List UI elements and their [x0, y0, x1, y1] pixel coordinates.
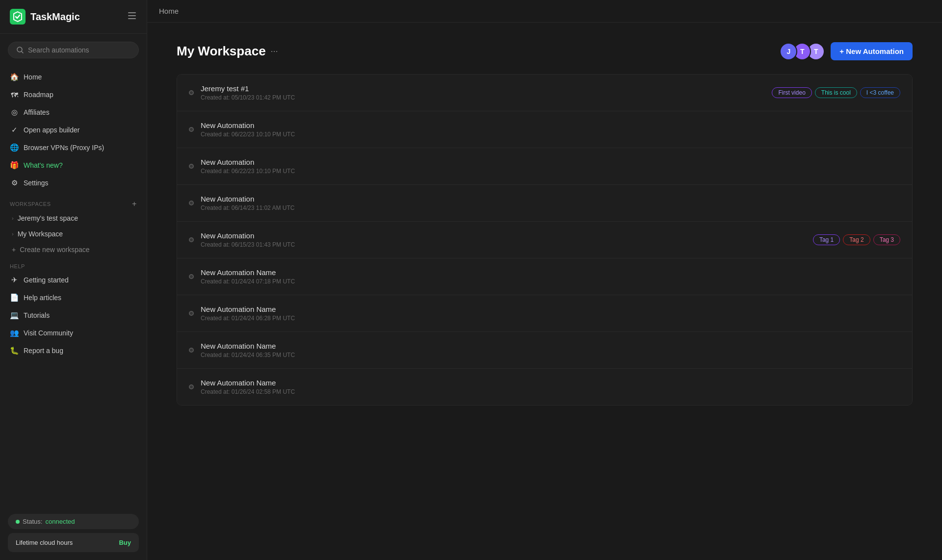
sidebar-item-tutorials[interactable]: 💻 Tutorials	[0, 306, 147, 324]
automation-info: New AutomationCreated at: 06/15/23 01:43…	[201, 231, 295, 248]
home-icon: 🏠	[10, 73, 19, 81]
sidebar-logo: TaskMagic	[0, 0, 147, 34]
sidebar-item-affiliates[interactable]: ◎ Affiliates	[0, 103, 147, 121]
automation-left: New AutomationCreated at: 06/22/23 10:10…	[189, 121, 295, 138]
main-nav: 🏠 Home 🗺 Roadmap ◎ Affiliates ✓ Open app…	[0, 66, 147, 194]
sidebar-item-roadmap[interactable]: 🗺 Roadmap	[0, 86, 147, 103]
roadmap-icon: 🗺	[10, 90, 19, 99]
automation-date: Created at: 01/26/24 02:58 PM UTC	[201, 388, 295, 395]
automation-row[interactable]: New AutomationCreated at: 06/22/23 10:10…	[177, 111, 912, 148]
automation-date: Created at: 01/24/24 06:35 PM UTC	[201, 352, 295, 358]
automation-date: Created at: 05/10/23 01:42 PM UTC	[201, 94, 295, 101]
sidebar-item-getting-started[interactable]: ✈ Getting started	[0, 271, 147, 289]
sidebar-item-whats-new[interactable]: 🎁 What's new?	[0, 156, 147, 174]
new-automation-button[interactable]: + New Automation	[831, 42, 913, 60]
nav-settings-label: Settings	[24, 179, 49, 187]
create-new-workspace-button[interactable]: + Create new workspace	[0, 242, 147, 257]
automation-left: New Automation NameCreated at: 01/24/24 …	[189, 268, 295, 285]
lifetime-cloud-hours-bar: Lifetime cloud hours Buy	[8, 533, 139, 552]
automation-row[interactable]: New Automation NameCreated at: 01/24/24 …	[177, 295, 912, 332]
automation-row[interactable]: New AutomationCreated at: 06/22/23 10:10…	[177, 148, 912, 185]
automation-status-dot	[189, 384, 194, 389]
sidebar-toggle-icon[interactable]	[127, 11, 137, 23]
automation-tag[interactable]: First video	[772, 87, 811, 98]
status-value: connected	[45, 518, 75, 525]
status-dot-icon	[16, 520, 20, 524]
automation-info: New AutomationCreated at: 06/22/23 10:10…	[201, 158, 295, 175]
automation-info: Jeremy test #1Created at: 05/10/23 01:42…	[201, 84, 295, 101]
automation-date: Created at: 06/15/23 01:43 PM UTC	[201, 241, 295, 248]
settings-icon: ⚙	[10, 178, 19, 187]
sidebar-item-help-articles[interactable]: 📄 Help articles	[0, 289, 147, 306]
workspaces-section-label: Workspaces +	[0, 194, 147, 210]
automation-tags: Tag 1Tag 2Tag 3	[813, 234, 900, 245]
automation-row[interactable]: New AutomationCreated at: 06/14/23 11:02…	[177, 185, 912, 222]
automation-status-dot	[189, 237, 194, 242]
sidebar-item-open-apps-builder[interactable]: ✓ Open apps builder	[0, 121, 147, 139]
automation-status-dot	[189, 311, 194, 316]
breadcrumb: Home	[159, 7, 179, 15]
avatar-j: J	[780, 43, 797, 60]
sidebar-item-report-bug[interactable]: 🐛 Report a bug	[0, 342, 147, 359]
automation-tags: First videoThis is coolI <3 coffee	[772, 87, 900, 98]
automation-left: Jeremy test #1Created at: 05/10/23 01:42…	[189, 84, 295, 101]
sidebar-item-browser-vpns[interactable]: 🌐 Browser VPNs (Proxy IPs)	[0, 139, 147, 156]
lifetime-label: Lifetime cloud hours	[16, 539, 73, 546]
help-articles-icon: 📄	[10, 293, 19, 302]
buy-button[interactable]: Buy	[119, 539, 131, 546]
workspace-menu-dots-button[interactable]: ···	[271, 46, 278, 56]
automation-left: New AutomationCreated at: 06/22/23 10:10…	[189, 158, 295, 175]
automation-left: New Automation NameCreated at: 01/24/24 …	[189, 342, 295, 358]
sidebar-item-my-workspace[interactable]: › My Workspace	[0, 226, 147, 242]
sidebar-item-jeremys-test-space[interactable]: › Jeremy's test space	[0, 210, 147, 226]
automation-tag[interactable]: I <3 coffee	[860, 87, 900, 98]
workspace-title-area: My Workspace ···	[177, 44, 278, 59]
nav-whats-new-label: What's new?	[24, 161, 63, 169]
sidebar-item-home[interactable]: 🏠 Home	[0, 68, 147, 86]
sidebar-item-settings[interactable]: ⚙ Settings	[0, 174, 147, 192]
plus-icon: +	[12, 246, 16, 254]
getting-started-icon: ✈	[10, 276, 19, 284]
topbar: Home	[147, 0, 942, 23]
automation-status-dot	[189, 348, 194, 353]
automation-row[interactable]: Jeremy test #1Created at: 05/10/23 01:42…	[177, 75, 912, 111]
browser-vpns-icon: 🌐	[10, 143, 19, 152]
avatar-stack: J T T	[780, 43, 825, 60]
automation-tag[interactable]: This is cool	[815, 87, 857, 98]
automation-name: New Automation Name	[201, 268, 295, 277]
automation-row[interactable]: New Automation NameCreated at: 01/24/24 …	[177, 332, 912, 369]
sidebar-bottom: Status: connected Lifetime cloud hours B…	[0, 506, 147, 560]
automation-row[interactable]: New Automation NameCreated at: 01/26/24 …	[177, 369, 912, 405]
automation-tag[interactable]: Tag 3	[873, 234, 900, 245]
automation-date: Created at: 06/22/23 10:10 PM UTC	[201, 168, 295, 175]
add-workspace-button[interactable]: +	[132, 200, 137, 208]
automation-status-dot	[189, 164, 194, 169]
brand-name: TaskMagic	[30, 11, 80, 23]
automation-name: New Automation	[201, 158, 295, 166]
visit-community-icon: 👥	[10, 329, 19, 337]
automation-left: New Automation NameCreated at: 01/26/24 …	[189, 379, 295, 395]
automation-status-dot	[189, 90, 194, 95]
automation-row[interactable]: New Automation NameCreated at: 01/24/24 …	[177, 258, 912, 295]
workspace-header: My Workspace ··· J T T + New Automation	[177, 42, 913, 60]
nav-open-apps-builder-label: Open apps builder	[24, 126, 79, 134]
automation-status-dot	[189, 127, 194, 132]
automation-info: New Automation NameCreated at: 01/24/24 …	[201, 342, 295, 358]
status-label: Status:	[23, 518, 42, 525]
automation-info: New Automation NameCreated at: 01/24/24 …	[201, 305, 295, 322]
automation-name: New Automation Name	[201, 342, 295, 350]
chevron-right-icon: ›	[12, 215, 14, 221]
automation-info: New Automation NameCreated at: 01/24/24 …	[201, 268, 295, 285]
automation-tag[interactable]: Tag 2	[843, 234, 870, 245]
automation-date: Created at: 06/14/23 11:02 AM UTC	[201, 204, 294, 211]
automation-status-dot	[189, 274, 194, 279]
automation-name: New Automation	[201, 195, 294, 203]
automation-tag[interactable]: Tag 1	[813, 234, 840, 245]
automation-row[interactable]: New AutomationCreated at: 06/15/23 01:43…	[177, 222, 912, 258]
connection-status: Status: connected	[8, 514, 139, 529]
sidebar-item-visit-community[interactable]: 👥 Visit Community	[0, 324, 147, 342]
tutorials-icon: 💻	[10, 311, 19, 320]
automation-name: Jeremy test #1	[201, 84, 295, 93]
search-placeholder: Search automations	[28, 46, 89, 54]
search-automations-input[interactable]: Search automations	[8, 42, 139, 58]
